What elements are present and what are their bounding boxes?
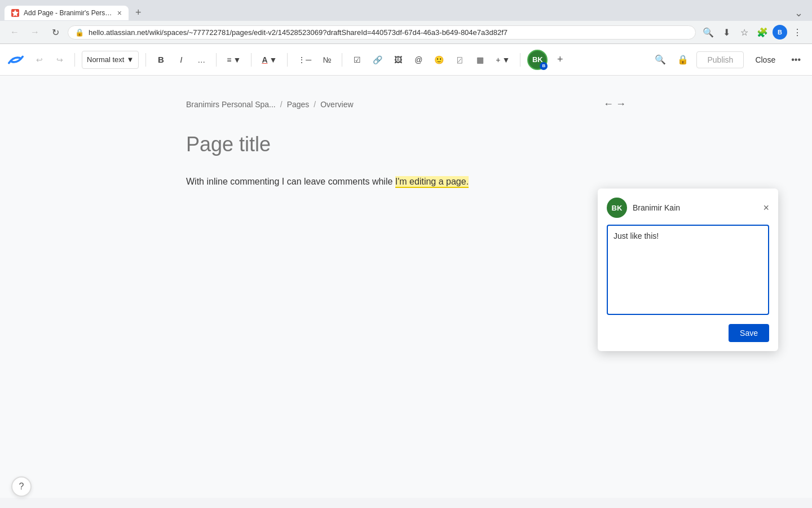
tab-bar: Add Page - Branimir's Persona × + ⌄ bbox=[0, 0, 812, 21]
tab-title: Add Page - Branimir's Persona bbox=[24, 9, 113, 17]
insert-more-button[interactable]: + ▼ bbox=[492, 51, 513, 69]
close-button[interactable]: Close bbox=[748, 52, 782, 68]
text-style-chevron: ▼ bbox=[126, 55, 134, 64]
table-button[interactable]: ⍁ bbox=[452, 51, 467, 69]
popup-user: BK Branimir Kain bbox=[607, 198, 680, 218]
text-color-button[interactable]: A ▼ bbox=[258, 51, 280, 69]
browser-more-icon[interactable]: ⋮ bbox=[789, 24, 805, 40]
separator-6 bbox=[342, 53, 342, 67]
back-button[interactable]: ← bbox=[7, 24, 23, 40]
page-content-area: Branimirs Personal Spa... / Pages / Over… bbox=[0, 76, 812, 498]
restrict-icon: 🔒 bbox=[677, 54, 689, 65]
browser-profile-avatar[interactable]: B bbox=[773, 25, 787, 40]
undo-button[interactable]: ↩ bbox=[32, 51, 47, 69]
page-body: With inline commenting I can leave comme… bbox=[186, 174, 626, 189]
page-title-input[interactable] bbox=[186, 133, 626, 156]
search-button[interactable]: 🔍 bbox=[651, 51, 669, 69]
user-avatar-button[interactable]: BK B bbox=[527, 50, 548, 70]
popup-avatar: BK bbox=[607, 198, 627, 218]
highlighted-text: I'm editing a page. bbox=[395, 176, 469, 188]
forward-icon: → bbox=[30, 27, 39, 37]
add-person-icon: + bbox=[557, 54, 563, 65]
ellipsis-icon: … bbox=[197, 55, 205, 64]
forward-button[interactable]: → bbox=[27, 24, 43, 40]
breadcrumb-sep-2: / bbox=[314, 100, 316, 109]
popup-close-button[interactable]: × bbox=[763, 203, 769, 213]
redo-icon: ↪ bbox=[56, 55, 63, 64]
align-icon: ≡ bbox=[227, 55, 231, 64]
address-bar: ← → ↻ 🔒 🔍 ⬇ ☆ 🧩 B ⋮ bbox=[0, 21, 812, 44]
download-icon[interactable]: ⬇ bbox=[718, 24, 734, 40]
link-button[interactable]: 🔗 bbox=[369, 51, 386, 69]
insert-chevron: ▼ bbox=[502, 55, 510, 64]
comment-textarea[interactable]: Just like this! bbox=[607, 225, 769, 315]
browser-chrome: Add Page - Branimir's Persona × + ⌄ ← → … bbox=[0, 0, 812, 44]
plus-icon: + bbox=[496, 55, 500, 64]
bullet-list-icon: ⋮─ bbox=[298, 55, 311, 64]
numbered-list-icon: № bbox=[323, 55, 332, 64]
checkbox-icon: ☑ bbox=[354, 55, 361, 64]
link-icon: 🔗 bbox=[373, 55, 382, 64]
address-input[interactable] bbox=[89, 28, 689, 37]
layout-button[interactable]: ▦ bbox=[472, 51, 488, 69]
redo-button[interactable]: ↪ bbox=[52, 51, 68, 69]
expand-left-button[interactable]: ← bbox=[603, 98, 614, 110]
popup-username: Branimir Kain bbox=[633, 203, 680, 212]
checkbox-button[interactable]: ☑ bbox=[349, 51, 365, 69]
more-dots-icon: ••• bbox=[791, 55, 801, 64]
active-tab: Add Page - Branimir's Persona × bbox=[5, 6, 129, 20]
avatar-badge: B bbox=[540, 62, 548, 70]
tab-close-button[interactable]: × bbox=[117, 9, 122, 17]
more-options-button[interactable]: ••• bbox=[787, 52, 805, 67]
add-collaborator-button[interactable]: + bbox=[552, 52, 568, 68]
extensions-icon[interactable]: 🧩 bbox=[754, 24, 770, 40]
text-style-dropdown[interactable]: Normal text ▼ bbox=[82, 51, 139, 69]
tab-favicon bbox=[11, 9, 19, 17]
browser-actions: 🔍 ⬇ ☆ 🧩 B ⋮ bbox=[700, 24, 805, 40]
inline-comment-popup: BK Branimir Kain × Just like this! Save bbox=[598, 189, 778, 351]
layout-icon: ▦ bbox=[476, 55, 484, 64]
emoji-button[interactable]: 🙂 bbox=[431, 51, 447, 69]
tab-bar-right: ⌄ bbox=[795, 7, 807, 19]
expand-right-button[interactable]: → bbox=[616, 98, 626, 110]
save-comment-button[interactable]: Save bbox=[729, 324, 769, 342]
body-text-before: With inline commenting I can leave comme… bbox=[186, 177, 395, 186]
zoom-icon[interactable]: 🔍 bbox=[700, 24, 716, 40]
align-button[interactable]: ≡ ▼ bbox=[223, 51, 244, 69]
bookmark-icon[interactable]: ☆ bbox=[736, 24, 752, 40]
separator-4 bbox=[251, 53, 251, 67]
confluence-toolbar: ↩ ↪ Normal text ▼ B I … ≡ ▼ A ▼ ⋮─ № ☑ 🔗 bbox=[0, 44, 812, 76]
help-button[interactable]: ? bbox=[11, 476, 32, 497]
breadcrumb-sep-1: / bbox=[280, 100, 283, 109]
separator-3 bbox=[216, 53, 217, 67]
mention-icon: @ bbox=[414, 55, 422, 64]
breadcrumb-space[interactable]: Branimirs Personal Spa... bbox=[186, 100, 276, 109]
undo-icon: ↩ bbox=[36, 55, 43, 64]
refresh-button[interactable]: ↻ bbox=[47, 24, 63, 40]
lock-icon: 🔒 bbox=[75, 28, 84, 37]
breadcrumb-current[interactable]: Overview bbox=[320, 100, 353, 109]
breadcrumb: Branimirs Personal Spa... / Pages / Over… bbox=[186, 98, 626, 110]
emoji-icon: 🙂 bbox=[434, 55, 444, 64]
bold-button[interactable]: B bbox=[153, 51, 169, 69]
address-input-wrap: 🔒 bbox=[68, 25, 696, 40]
italic-button[interactable]: I bbox=[173, 51, 189, 69]
bullet-list-button[interactable]: ⋮─ bbox=[294, 51, 315, 69]
align-chevron: ▼ bbox=[233, 55, 241, 64]
page-editor: Branimirs Personal Spa... / Pages / Over… bbox=[152, 76, 660, 212]
more-formatting-button[interactable]: … bbox=[193, 51, 209, 69]
new-tab-button[interactable]: + bbox=[131, 5, 146, 21]
image-button[interactable]: 🖼 bbox=[390, 51, 406, 69]
popup-header: BK Branimir Kain × bbox=[607, 198, 769, 218]
separator-7 bbox=[520, 53, 520, 67]
text-color-chevron: ▼ bbox=[270, 55, 277, 64]
numbered-list-button[interactable]: № bbox=[319, 51, 335, 69]
breadcrumb-pages[interactable]: Pages bbox=[287, 100, 310, 109]
separator-1 bbox=[74, 53, 75, 67]
mention-button[interactable]: @ bbox=[411, 51, 426, 69]
restrict-button[interactable]: 🔒 bbox=[674, 51, 692, 69]
publish-button[interactable]: Publish bbox=[696, 51, 744, 68]
text-style-label: Normal text bbox=[87, 55, 124, 64]
popup-footer: Save bbox=[607, 324, 769, 342]
confluence-logo[interactable] bbox=[7, 51, 25, 69]
